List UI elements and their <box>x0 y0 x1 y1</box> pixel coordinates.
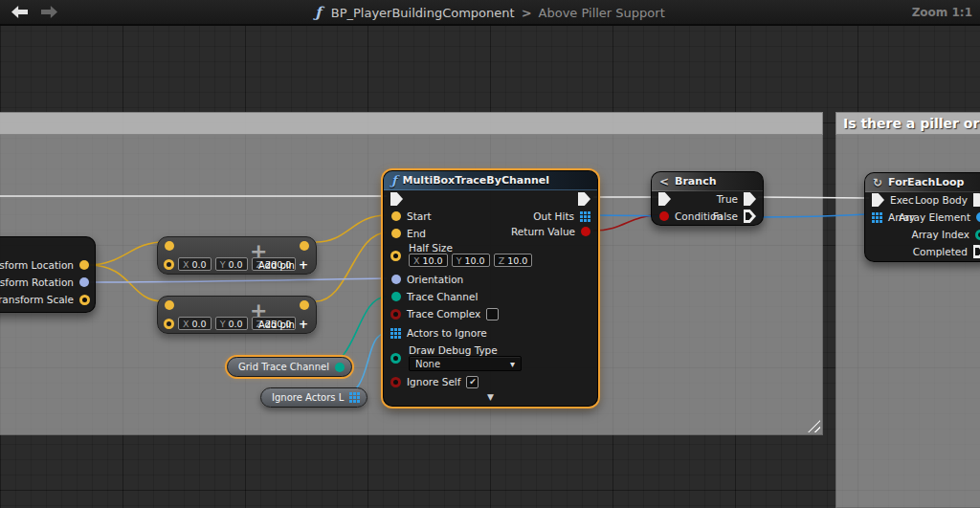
bool-pin-hollow[interactable] <box>390 309 401 320</box>
comment-resize-handle[interactable] <box>808 420 820 432</box>
pin-label: Draw Debug Type <box>409 344 498 356</box>
node-title: ForEachLoop <box>888 176 964 188</box>
exec-output-pin-completed[interactable] <box>973 245 980 258</box>
exec-output-pin[interactable] <box>578 192 590 206</box>
pin-row: Actor Transform Scale <box>0 292 90 307</box>
y-value-field[interactable]: Y0.0 <box>215 257 248 271</box>
pin-row-tracechannel: Trace Channel <box>391 289 478 304</box>
exec-out-row <box>578 191 590 207</box>
pin-row-end: End <box>391 226 426 241</box>
x-value-field[interactable]: X0.0 <box>178 317 212 330</box>
add-pin-button[interactable]: Add pin+ <box>258 258 308 272</box>
pin-row-arrayindex: Array Index <box>911 227 980 242</box>
pin-row-tracecomplex: Trace Complex <box>390 306 499 321</box>
rotator-pin[interactable] <box>391 275 401 284</box>
vector-pin-hollow[interactable] <box>79 295 90 305</box>
exec-input-pin[interactable] <box>872 193 884 207</box>
half-size-z-field[interactable]: Z10.0 <box>494 254 533 267</box>
vector-pin-hollow[interactable] <box>164 319 174 329</box>
exec-output-pin-false[interactable] <box>744 210 756 223</box>
array-output-pin[interactable] <box>580 211 590 222</box>
bool-output-pin[interactable] <box>581 227 590 236</box>
half-size-y-field[interactable]: Y10.0 <box>452 254 490 267</box>
pin-label: Array Element <box>899 211 970 223</box>
pin-row: r Transform Rotation <box>0 275 89 290</box>
vector-output-pin[interactable] <box>300 241 309 251</box>
node-expand-arrow-icon[interactable]: ▼ <box>384 392 597 402</box>
vector-input-pin[interactable] <box>165 241 174 251</box>
node-header[interactable]: ƒ MultiBoxTraceByChannel <box>384 171 597 190</box>
node-actor-transform[interactable]: r Transform Location r Transform Rotatio… <box>0 236 96 313</box>
chevron-down-icon: ▾ <box>510 359 515 369</box>
node-grid-trace-channel[interactable]: Grid Trace Channel <box>227 357 352 377</box>
object-output-pin[interactable] <box>976 212 980 222</box>
array-output-pin[interactable] <box>349 392 360 403</box>
plus-icon: + <box>299 318 308 331</box>
array-pin[interactable] <box>872 212 882 223</box>
pin-label: Start <box>407 210 432 222</box>
node-header[interactable]: ↻ ForEachLoop <box>865 173 980 192</box>
breadcrumb-current[interactable]: Above Piller Support <box>539 6 665 20</box>
ignore-self-checkbox[interactable]: ✔ <box>466 376 479 388</box>
trace-complex-checkbox[interactable] <box>486 308 499 320</box>
exec-output-pin[interactable] <box>973 193 980 207</box>
node-vector-add-2[interactable]: + X0.0 Y0.0 Z250.0 Add pin+ <box>157 296 317 334</box>
enum-output-pin[interactable] <box>335 363 345 372</box>
pin-row-exec: Exec <box>872 192 914 208</box>
breadcrumb: ƒBP_PlayerBuildingComponent>Above Piller… <box>0 4 980 21</box>
loop-icon: ↻ <box>873 176 882 189</box>
pin-row: r Transform Location <box>0 257 89 273</box>
draw-debug-dropdown[interactable]: None ▾ <box>409 356 522 371</box>
vector-pin-hollow[interactable] <box>390 251 401 261</box>
breadcrumb-separator-icon: > <box>522 6 532 20</box>
array-pin[interactable] <box>390 328 401 339</box>
function-icon: ƒ <box>391 173 397 188</box>
pin-label: Out Hits <box>533 210 574 222</box>
pin-row-loopbody: Loop Body <box>915 192 980 208</box>
node-branch[interactable]: < Branch True Condition False <box>651 171 764 226</box>
pin-label: True <box>717 193 738 205</box>
exec-output-pin-true[interactable] <box>744 192 756 206</box>
branch-icon: < <box>659 175 669 188</box>
breadcrumb-root[interactable]: BP_PlayerBuildingComponent <box>331 6 515 20</box>
exec-input-pin[interactable] <box>390 192 403 206</box>
rotator-pin[interactable] <box>79 277 89 287</box>
comment-title[interactable]: Is there a piller or w <box>835 112 980 135</box>
pin-label: Ignore Self <box>407 376 460 387</box>
vector-pin[interactable] <box>391 211 401 221</box>
node-foreachloop[interactable]: ↻ ForEachLoop Exec Loop Body Array Array… <box>864 172 980 262</box>
exec-input-pin[interactable] <box>658 192 671 206</box>
vector-input-pin[interactable] <box>165 300 174 310</box>
half-size-values-row: X10.0 Y10.0 Z10.0 <box>409 253 532 268</box>
pin-label: Actors to Ignore <box>407 327 487 339</box>
plus-icon: + <box>299 258 308 272</box>
variable-label: Grid Trace Channel <box>238 362 329 372</box>
pin-label: Completed <box>913 246 968 257</box>
pin-row-actorstoignore: Actors to Ignore <box>390 325 487 341</box>
blueprint-graph-editor: Is there a piller or w r Transform Locat… <box>0 0 980 508</box>
node-header[interactable]: < Branch <box>652 172 763 191</box>
node-ignore-actors[interactable]: Ignore Actors L <box>260 387 368 408</box>
vector-pin[interactable] <box>391 229 401 238</box>
node-multiboxtracebychannel[interactable]: ƒ MultiBoxTraceByChannel Start Out Hits … <box>383 170 598 407</box>
x-value-field[interactable]: X0.0 <box>178 257 212 271</box>
pin-row-returnvalue: Return Value <box>511 224 590 239</box>
pin-label: Array Index <box>911 229 969 240</box>
node-vector-add-1[interactable]: + X0.0 Y0.0 Z200.0 Add pin+ <box>157 236 317 275</box>
enum-pin-hollow[interactable] <box>390 353 401 364</box>
vector-pin[interactable] <box>79 260 89 270</box>
pin-label: Return Value <box>511 226 575 237</box>
add-pin-button[interactable]: Add pin+ <box>258 318 308 331</box>
vector-output-pin[interactable] <box>300 300 309 310</box>
y-value-field[interactable]: Y0.0 <box>215 317 248 330</box>
pin-row-arrayelement: Array Element <box>899 210 980 225</box>
int-output-pin-hollow[interactable] <box>975 230 980 240</box>
pin-row-true: True <box>717 191 756 207</box>
pin-row-orientation: Orientation <box>391 272 463 287</box>
half-size-x-field[interactable]: X10.0 <box>409 254 448 267</box>
vector-pin-hollow[interactable] <box>164 259 174 270</box>
comment-header[interactable] <box>0 112 823 135</box>
bool-pin[interactable] <box>659 211 669 221</box>
enum-pin[interactable] <box>391 292 401 301</box>
bool-pin-hollow[interactable] <box>390 377 401 387</box>
